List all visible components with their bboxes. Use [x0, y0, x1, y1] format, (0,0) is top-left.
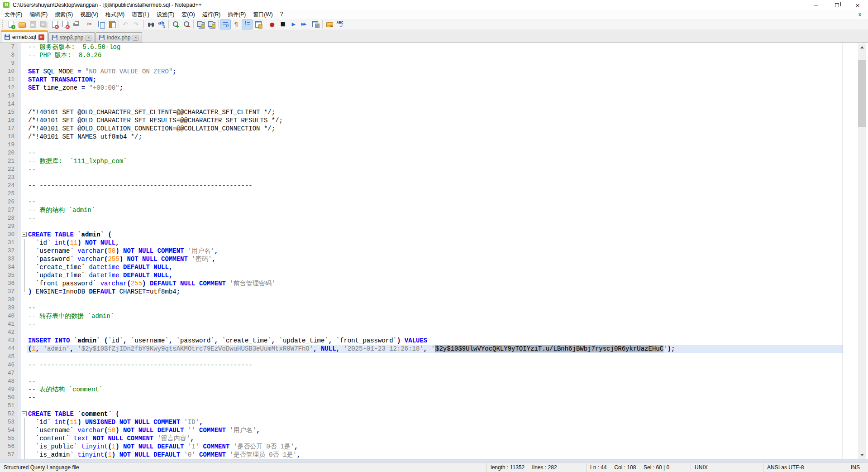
spell-check-button[interactable]	[335, 19, 346, 29]
code-line-45[interactable]: 45	[0, 353, 843, 361]
code-editor[interactable]: 7-- 服务器版本: 5.6.50-log8-- PHP 版本: 8.0.269…	[0, 43, 843, 459]
line-number[interactable]: 9	[0, 59, 18, 67]
zoom-out-button[interactable]	[181, 19, 192, 29]
sync-horizontal-button[interactable]	[206, 19, 217, 29]
bookmark-margin[interactable]	[18, 206, 21, 214]
menu-item-搜索[interactable]: 搜索(S)	[51, 10, 76, 19]
code-line-38[interactable]: 38	[0, 296, 843, 304]
line-number[interactable]: 34	[0, 263, 18, 271]
line-number[interactable]: 23	[0, 173, 18, 182]
code-line-29[interactable]: 29	[0, 222, 843, 231]
code-line-47[interactable]: 47	[0, 369, 843, 377]
line-number[interactable]: 10	[0, 67, 18, 76]
code-line-36[interactable]: 36 `front_password` varchar(255) DEFAULT…	[0, 279, 843, 288]
code-line-26[interactable]: 26--	[0, 198, 843, 206]
open-button[interactable]	[16, 19, 27, 29]
bookmark-margin[interactable]	[18, 279, 21, 288]
code-line-54[interactable]: 54 `username` varchar(50) NOT NULL DEFAU…	[0, 426, 843, 434]
bookmark-margin[interactable]	[18, 304, 21, 312]
line-number[interactable]: 45	[0, 353, 18, 361]
line-number[interactable]: 24	[0, 182, 18, 190]
line-number[interactable]: 18	[0, 133, 18, 141]
bookmark-margin[interactable]	[18, 288, 21, 296]
bookmark-margin[interactable]	[18, 312, 21, 320]
code-line-46[interactable]: 46-- -----------------------------------…	[0, 361, 843, 369]
code-line-41[interactable]: 41--	[0, 320, 843, 328]
line-number[interactable]: 11	[0, 76, 18, 84]
code-line-19[interactable]: 19	[0, 141, 843, 149]
line-number[interactable]: 57	[0, 451, 18, 459]
line-number[interactable]: 27	[0, 206, 18, 214]
line-number[interactable]: 48	[0, 377, 18, 385]
menu-item-help[interactable]: ?	[277, 10, 287, 19]
minimize-button[interactable]	[806, 0, 826, 10]
bookmark-margin[interactable]	[18, 369, 21, 377]
line-number[interactable]: 8	[0, 51, 18, 59]
code-line-23[interactable]: 23	[0, 173, 843, 182]
bookmark-margin[interactable]	[18, 198, 21, 206]
code-line-17[interactable]: 17/*!40101 SET @OLD_COLLATION_CONNECTION…	[0, 125, 843, 133]
bookmark-margin[interactable]	[18, 296, 21, 304]
bookmark-margin[interactable]	[18, 125, 21, 133]
menu-item-宏[interactable]: 宏(O)	[178, 10, 198, 19]
bookmark-margin[interactable]	[18, 418, 21, 426]
bookmark-margin[interactable]	[18, 426, 21, 434]
sync-vertical-button[interactable]	[195, 19, 206, 29]
scroll-down-arrow[interactable]	[858, 451, 866, 459]
status-encoding[interactable]: ANSI as UTF-8	[763, 463, 847, 472]
menu-item-运行[interactable]: 运行(R)	[199, 10, 224, 19]
line-number[interactable]: 19	[0, 141, 18, 149]
code-line-21[interactable]: 21-- 数据库: `111_lxphp_com`	[0, 157, 843, 165]
bookmark-margin[interactable]	[18, 116, 21, 125]
find-button[interactable]	[145, 19, 156, 29]
code-line-7[interactable]: 7-- 服务器版本: 5.6.50-log	[0, 43, 843, 51]
macro-record-button[interactable]	[267, 19, 277, 29]
code-line-27[interactable]: 27-- 表的结构 `admin`	[0, 206, 843, 214]
line-number[interactable]: 17	[0, 125, 18, 133]
code-line-30[interactable]: 30CREATE TABLE `admin` (	[0, 231, 843, 239]
macro-stop-button[interactable]	[277, 19, 288, 29]
line-number[interactable]: 40	[0, 312, 18, 320]
print-button[interactable]	[71, 19, 81, 29]
macro-save-button[interactable]	[310, 19, 321, 29]
bookmark-margin[interactable]	[18, 43, 21, 51]
bookmark-margin[interactable]	[18, 222, 21, 231]
line-number[interactable]: 20	[0, 149, 18, 157]
document-close-button[interactable]: x	[854, 11, 865, 18]
bookmark-margin[interactable]	[18, 231, 21, 239]
line-number[interactable]: 36	[0, 279, 18, 288]
bookmark-margin[interactable]	[18, 255, 21, 263]
code-line-57[interactable]: 57 `is_admin` tinyint(1) NOT NULL DEFAUL…	[0, 451, 843, 459]
code-line-50[interactable]: 50--	[0, 394, 843, 402]
monitoring-button[interactable]	[324, 19, 335, 29]
bookmark-margin[interactable]	[18, 51, 21, 59]
tab-step3.php[interactable]: step3.php×	[48, 32, 95, 43]
code-line-49[interactable]: 49-- 表的结构 `comment`	[0, 385, 843, 394]
fold-collapse-icon[interactable]	[21, 410, 27, 418]
bookmark-margin[interactable]	[18, 239, 21, 247]
code-line-25[interactable]: 25	[0, 190, 843, 198]
bookmark-margin[interactable]	[18, 84, 21, 92]
tab-ermeb.sql[interactable]: ermeb.sql×	[1, 30, 48, 43]
bookmark-margin[interactable]	[18, 190, 21, 198]
function-list-button[interactable]	[253, 19, 263, 29]
code-line-15[interactable]: 15/*!40101 SET @OLD_CHARACTER_SET_CLIENT…	[0, 108, 843, 116]
bookmark-margin[interactable]	[18, 385, 21, 394]
line-number[interactable]: 54	[0, 426, 18, 434]
bookmark-margin[interactable]	[18, 92, 21, 100]
line-number[interactable]: 25	[0, 190, 18, 198]
bookmark-margin[interactable]	[18, 100, 21, 108]
code-line-12[interactable]: 12SET time_zone = "+00:00";	[0, 84, 843, 92]
copy-button[interactable]	[95, 19, 106, 29]
status-insert-mode[interactable]: INS	[847, 463, 868, 472]
menu-item-编辑[interactable]: 编辑(E)	[26, 10, 51, 19]
show-all-chars-button[interactable]	[231, 19, 242, 29]
line-number[interactable]: 41	[0, 320, 18, 328]
replace-button[interactable]	[156, 19, 167, 29]
line-number[interactable]: 16	[0, 116, 18, 125]
code-line-33[interactable]: 33 `password` varchar(255) NOT NULL COMM…	[0, 255, 843, 263]
menu-item-语言[interactable]: 语言(L)	[128, 10, 153, 19]
bookmark-margin[interactable]	[18, 173, 21, 182]
bookmark-margin[interactable]	[18, 76, 21, 84]
line-number[interactable]: 56	[0, 443, 18, 451]
